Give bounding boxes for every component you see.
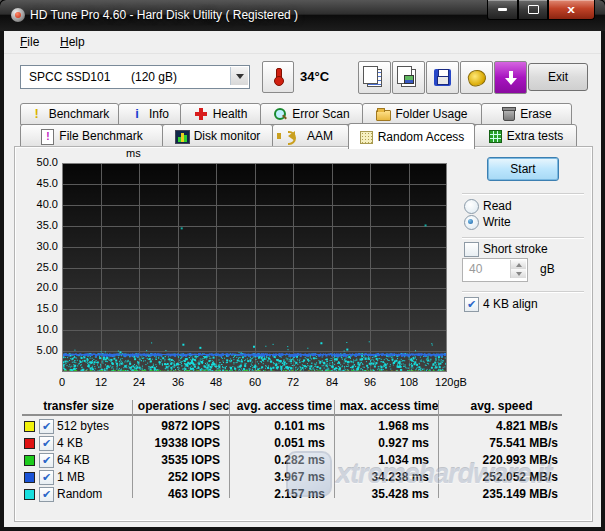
cell-avg: 0.101 ms [232,419,325,433]
tab-health[interactable]: Health [180,103,261,125]
drive-select[interactable]: SPCC SSD101 (120 gB) [20,65,250,89]
tab-info[interactable]: i Info [118,103,181,125]
app-window: HD Tune Pro 4.60 - Hard Disk Utility ( R… [0,0,605,531]
tab-label: Error Scan [292,107,349,121]
col-header: operations / sec [135,399,232,413]
benchmark-icon: ! [30,107,44,121]
tab-benchmark[interactable]: ! Benchmark [20,103,119,125]
thermometer-icon [275,68,281,86]
cell-max: 35.428 ms [337,487,429,501]
spinner-down-icon [516,272,522,276]
cell-speed: 235.149 MB/s [441,487,558,501]
cell-avg: 2.157 ms [232,487,325,501]
col-header: avg. access time [232,399,337,413]
row-label: 4 KB [57,436,83,450]
series-swatch [24,421,35,432]
cell-avg: 0.051 ms [232,436,325,450]
exit-label: Exit [548,70,568,84]
copy-image-button[interactable] [392,61,425,94]
download-button[interactable] [494,61,527,94]
start-button[interactable]: Start [487,157,559,181]
temperature-button[interactable] [262,61,294,93]
maximize-button[interactable] [518,0,548,20]
capture-icon [466,67,488,87]
row-checkbox[interactable]: ✔ [39,419,54,434]
info-icon: i [130,107,144,121]
align-checkbox[interactable]: ✔ [464,297,479,312]
app-icon [11,8,25,22]
menu-file[interactable]: File [12,31,47,53]
separator [462,291,584,293]
series-swatch [24,472,35,483]
maximize-icon [528,5,539,14]
tab-label: Random Access [378,130,465,144]
spinner-down[interactable] [511,269,526,278]
cell-avg: 3.967 ms [232,470,325,484]
minimize-button[interactable] [487,0,518,20]
menu-bar: File Help [4,31,601,54]
tab-aam[interactable]: AAM [272,124,349,148]
spinner-up[interactable] [511,260,526,269]
exit-button[interactable]: Exit [528,63,588,91]
x-tick: 72 [273,376,313,388]
short-stroke-checkbox[interactable] [464,242,479,257]
x-tick: 96 [350,376,390,388]
trash-icon [501,107,515,121]
cell-max: 0.927 ms [337,436,429,450]
copy-image-icon [401,69,416,87]
tab-erase[interactable]: Erase [481,103,572,125]
cell-ops: 3535 IOPS [135,453,220,467]
y-tick: 40.0 [22,198,58,210]
tab-label: Erase [520,107,551,121]
row-checkbox[interactable]: ✔ [39,470,54,485]
stroke-spinner[interactable] [510,260,526,278]
row-checkbox[interactable]: ✔ [39,453,54,468]
table-divider [132,400,133,498]
short-stroke-value: 40 [469,262,482,276]
series-swatch [24,455,35,466]
tab-label: Folder Usage [395,107,467,121]
row-checkbox[interactable]: ✔ [39,487,54,502]
cell-max: 34.238 ms [337,470,429,484]
write-radio[interactable] [464,215,479,230]
short-stroke-label: Short stroke [483,242,548,256]
x-tick: 24 [119,376,159,388]
copy-text-button[interactable] [358,61,391,94]
menu-help[interactable]: Help [52,31,93,53]
tab-error-scan[interactable]: Error Scan [260,103,363,125]
series-swatch [24,438,35,449]
cell-ops: 19338 IOPS [135,436,220,450]
cell-speed: 75.541 MB/s [441,436,558,450]
col-header: max. access time [337,399,441,413]
close-button[interactable]: x [548,0,595,20]
row-checkbox[interactable]: ✔ [39,436,54,451]
x-tick: 60 [235,376,275,388]
cell-max: 1.034 ms [337,453,429,467]
tab-random-access[interactable]: Random Access [348,123,475,149]
magnifier-icon [273,107,287,121]
read-radio[interactable] [464,199,479,214]
copy-text-icon [367,69,382,87]
y-tick: 50.0 [22,156,58,168]
tab-file-benchmark[interactable]: ! File Benchmark [20,124,163,148]
separator [462,237,584,239]
cell-speed: 220.993 MB/s [441,453,558,467]
y-tick: 5.00 [22,344,58,356]
chart-canvas [62,163,447,372]
table-header-rule [22,414,562,416]
cell-speed: 4.821 MB/s [441,419,558,433]
window-title: HD Tune Pro 4.60 - Hard Disk Utility ( R… [30,0,298,31]
tab-folder-usage[interactable]: Folder Usage [362,103,482,125]
tab-label: Benchmark [49,107,110,121]
x-tick: 12 [81,376,121,388]
drive-select-arrow[interactable] [230,67,248,85]
save-screenshot-button[interactable] [426,61,459,94]
tab-label: AAM [307,129,333,143]
capture-button[interactable] [460,61,493,94]
title-bar[interactable]: HD Tune Pro 4.60 - Hard Disk Utility ( R… [0,0,605,31]
tab-label: Health [213,107,248,121]
tab-label: File Benchmark [59,129,142,143]
tab-extra-tests[interactable]: Extra tests [474,124,577,148]
tab-disk-monitor[interactable]: Disk monitor [162,124,273,148]
short-stroke-value-field[interactable]: 40 [462,258,528,282]
